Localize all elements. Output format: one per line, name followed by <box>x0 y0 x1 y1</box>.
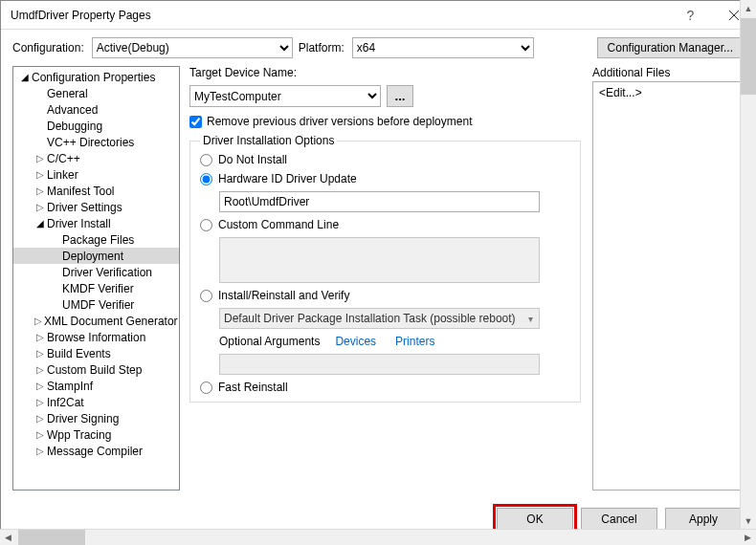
tree-item[interactable]: ▷Wpp Tracing <box>13 426 179 443</box>
tree-item[interactable]: Deployment <box>13 248 179 264</box>
tree-item[interactable]: VC++ Directories <box>13 134 179 150</box>
tree-item[interactable]: Package Files <box>13 231 179 248</box>
expander-icon[interactable]: ▷ <box>34 202 45 212</box>
optional-args-label: Optional Arguments <box>219 335 320 348</box>
tree-item[interactable]: Advanced <box>13 101 179 118</box>
apply-button[interactable]: Apply <box>665 508 742 531</box>
tree-item-label: Browse Information <box>47 331 145 344</box>
tree-item[interactable]: ◢Configuration Properties <box>13 69 179 85</box>
deployment-panel: Target Device Name: MyTestComputer ... R… <box>189 66 744 490</box>
configuration-label: Configuration: <box>12 41 84 54</box>
tree-item-label: VC++ Directories <box>47 136 134 149</box>
window-title: UmdfDriver Property Pages <box>11 9 669 22</box>
target-device-label: Target Device Name: <box>189 66 581 79</box>
expander-icon[interactable]: ▷ <box>34 429 45 440</box>
tree-item[interactable]: ▷Linker <box>13 166 179 183</box>
tree-item[interactable]: ▷C/C++ <box>13 150 179 166</box>
tree-item[interactable]: ◢Driver Install <box>13 215 179 231</box>
tree-item[interactable]: KMDF Verifier <box>13 280 179 296</box>
radio-hardware-id-update[interactable]: Hardware ID Driver Update <box>200 172 570 185</box>
tree-item-label: Configuration Properties <box>32 71 155 84</box>
expander-icon[interactable]: ▷ <box>34 413 45 424</box>
radio-do-not-install[interactable]: Do Not Install <box>200 153 570 166</box>
custom-command-input[interactable] <box>219 237 540 283</box>
body: ◢Configuration PropertiesGeneralAdvanced… <box>1 66 755 498</box>
radio-custom-command-line[interactable]: Custom Command Line <box>200 218 570 231</box>
help-button[interactable]: ? <box>669 1 712 30</box>
expander-icon[interactable]: ▷ <box>34 364 45 375</box>
expander-icon[interactable]: ▷ <box>34 381 45 391</box>
additional-files-label: Additional Files <box>592 66 744 79</box>
tree-item[interactable]: ▷StampInf <box>13 378 179 394</box>
platform-label: Platform: <box>299 41 345 54</box>
tree-item-label: Deployment <box>62 250 123 263</box>
tree-item-label: Linker <box>47 168 78 182</box>
expander-icon[interactable]: ◢ <box>34 218 45 229</box>
target-device-select[interactable]: MyTestComputer <box>189 85 381 107</box>
tree-item-label: Message Compiler <box>47 445 143 458</box>
tree-item[interactable]: ▷Build Events <box>13 345 179 361</box>
tree-item[interactable]: General <box>13 85 179 101</box>
expander-icon[interactable]: ▷ <box>34 397 45 407</box>
link-devices[interactable]: Devices <box>335 335 376 348</box>
tree-item[interactable]: ▷Driver Settings <box>13 199 179 215</box>
tree-item[interactable]: ▷Custom Build Step <box>13 361 179 378</box>
tree-item[interactable]: ▷Browse Information <box>13 329 179 345</box>
tree-item-label: XML Document Generator <box>44 315 178 328</box>
additional-files-box[interactable]: <Edit...> <box>592 81 744 490</box>
cancel-button[interactable]: Cancel <box>581 508 657 531</box>
tree-item-label: Advanced <box>47 103 98 117</box>
tree-item[interactable]: UMDF Verifier <box>13 296 179 313</box>
radio-install-verify[interactable]: Install/Reinstall and Verify <box>200 289 570 302</box>
group-legend: Driver Installation Options <box>200 134 337 147</box>
optional-args-input[interactable] <box>219 354 540 375</box>
tree-vertical-scrollbar[interactable]: ▲ ▼ <box>740 66 755 498</box>
browse-target-button[interactable]: ... <box>387 85 413 107</box>
tree-item-label: UMDF Verifier <box>62 298 134 312</box>
link-printers[interactable]: Printers <box>395 335 434 348</box>
radio-fast-reinstall[interactable]: Fast Reinstall <box>200 381 570 394</box>
tree-item-label: General <box>47 87 88 100</box>
tree-item-label: Driver Settings <box>47 201 122 214</box>
tree-item[interactable]: ▷Driver Signing <box>13 410 179 426</box>
tree-item-label: StampInf <box>47 380 93 393</box>
tree-item-label: Driver Verification <box>62 266 152 279</box>
install-task-select[interactable]: Default Driver Package Installation Task… <box>219 308 540 329</box>
platform-select[interactable]: x64 <box>352 37 534 58</box>
expander-icon[interactable]: ▷ <box>34 185 45 196</box>
remove-previous-checkbox[interactable]: Remove previous driver versions before d… <box>189 115 581 128</box>
ok-button[interactable]: OK <box>497 508 573 531</box>
property-pages-window: UmdfDriver Property Pages ? Configuratio… <box>0 0 756 545</box>
tree-item-label: Build Events <box>47 347 111 360</box>
tree-item-label: KMDF Verifier <box>62 282 134 295</box>
tree-item-label: Inf2Cat <box>47 396 84 409</box>
property-tree[interactable]: ◢Configuration PropertiesGeneralAdvanced… <box>12 66 180 490</box>
scroll-thumb[interactable] <box>741 66 755 95</box>
tree-item[interactable]: Debugging <box>13 118 179 134</box>
remove-previous-input[interactable] <box>189 116 202 128</box>
expander-icon[interactable]: ▷ <box>34 348 45 359</box>
expander-icon[interactable]: ▷ <box>34 446 45 456</box>
configuration-select[interactable]: Active(Debug) <box>92 37 293 58</box>
expander-icon[interactable]: ▷ <box>34 316 42 326</box>
expander-icon[interactable]: ◢ <box>19 72 30 82</box>
tree-item[interactable]: ▷Manifest Tool <box>13 183 179 199</box>
titlebar: UmdfDriver Property Pages ? <box>1 1 755 30</box>
driver-install-options-group: Driver Installation Options Do Not Insta… <box>189 134 581 403</box>
tree-item-label: Driver Signing <box>47 412 119 425</box>
configuration-manager-button[interactable]: Configuration Manager... <box>597 37 744 58</box>
close-icon <box>729 11 739 20</box>
tree-item-label: C/C++ <box>47 152 80 165</box>
tree-item[interactable]: ▷Inf2Cat <box>13 394 179 410</box>
tree-item[interactable]: Driver Verification <box>13 264 179 280</box>
tree-item-label: Debugging <box>47 120 102 133</box>
tree-item-label: Custom Build Step <box>47 363 142 377</box>
hardware-id-input[interactable] <box>219 191 540 212</box>
tree-item-label: Package Files <box>62 233 134 247</box>
expander-icon[interactable]: ▷ <box>34 153 45 164</box>
tree-item[interactable]: ▷XML Document Generator <box>13 313 179 329</box>
expander-icon[interactable]: ▷ <box>34 332 45 342</box>
configuration-row: Configuration: Active(Debug) Platform: x… <box>1 30 755 66</box>
tree-item[interactable]: ▷Message Compiler <box>13 443 179 459</box>
expander-icon[interactable]: ▷ <box>34 169 45 180</box>
